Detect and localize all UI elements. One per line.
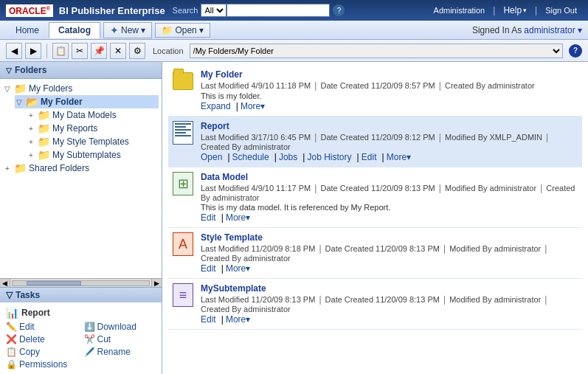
admin-link[interactable]: Administration [429, 4, 491, 16]
subtemplate-meta: Last Modified 11/20/09 8:13 PM | Date Cr… [201, 294, 579, 314]
folder-item-icon [171, 69, 195, 93]
datamodel-name[interactable]: Data Model [201, 172, 579, 182]
report-name[interactable]: Report [201, 121, 579, 131]
subtemplates-toggle[interactable]: + [27, 151, 35, 159]
datamodel-item-icon: ⊞ [171, 172, 195, 195]
help-icon[interactable]: ? [569, 44, 582, 58]
subtemplate-name[interactable]: MySubtemplate [201, 283, 579, 294]
report-more-link[interactable]: More▾ [387, 152, 411, 162]
report-schedule-link[interactable]: Schedule [232, 152, 269, 162]
reports-label: My Reports [52, 123, 97, 134]
folder-more-link[interactable]: More▾ [241, 101, 265, 111]
scroll-track[interactable] [12, 280, 150, 286]
tree-item-style-templates[interactable]: + 📁 My Style Templates [27, 135, 159, 148]
report-edit-link[interactable]: Edit [362, 152, 377, 162]
search-label: Search [173, 6, 198, 15]
my-folder-toggle[interactable]: ▽ [15, 98, 24, 106]
folders-label: Folders [15, 65, 46, 75]
task-edit[interactable]: ✏️ Edit [6, 322, 78, 332]
search-input[interactable] [226, 4, 330, 17]
content-item-report: Report Last Modified 3/17/10 6:45 PM | D… [168, 117, 582, 167]
tree-item-reports[interactable]: + 📁 My Reports [27, 122, 159, 135]
paste-toolbar-button[interactable]: 📌 [91, 43, 107, 59]
app-title: BI Publisher Enterprise [59, 5, 165, 16]
forward-button[interactable]: ▶ [25, 43, 41, 59]
tree-item-shared-folders[interactable]: + 📁 Shared Folders [3, 162, 159, 175]
shared-folders-toggle[interactable]: + [3, 165, 12, 173]
my-folders-toggle[interactable]: ▽ [3, 85, 12, 93]
reports-icon: 📁 [38, 122, 50, 134]
task-copy[interactable]: 📋 Copy [6, 347, 78, 357]
location-select[interactable]: /My Folders/My Folder [190, 44, 563, 58]
permissions-icon: 🔒 [6, 359, 17, 370]
folder-expand-link[interactable]: Expand [201, 101, 231, 111]
collapse-folders-icon[interactable]: ▽ [6, 66, 12, 75]
tab-catalog[interactable]: Catalog [49, 22, 100, 38]
styletemplate-name[interactable]: Style Template [201, 232, 579, 243]
tree-item-my-folder[interactable]: ▽ 📂 My Folder [15, 95, 159, 108]
delete-icon: ❌ [6, 334, 17, 344]
datamodel-details: Data Model Last Modified 4/9/10 11:17 PM… [201, 172, 579, 223]
tab-home[interactable]: Home [6, 22, 49, 38]
delete-toolbar-button[interactable]: ✕ [110, 43, 126, 59]
report-item-icon [171, 121, 195, 145]
back-button[interactable]: ◀ [6, 43, 22, 59]
data-models-toggle[interactable]: + [27, 111, 35, 120]
user-label[interactable]: administrator ▾ [524, 25, 582, 35]
report-jobhistory-link[interactable]: Job History [308, 152, 352, 162]
content-area: My Folder Last Modified 4/9/10 11:18 PM … [162, 62, 588, 374]
copy-toolbar-button[interactable]: 📋 [52, 43, 69, 59]
folder-img [173, 72, 193, 90]
report-jobs-link[interactable]: Jobs [279, 152, 297, 162]
properties-toolbar-button[interactable]: ⚙ [129, 43, 145, 59]
datamodel-edit-link[interactable]: Edit [201, 212, 216, 223]
subtemplate-edit-link[interactable]: Edit [201, 314, 216, 325]
styletemplate-icon-box: A [173, 232, 193, 256]
scroll-right-button[interactable]: ▶ [151, 279, 162, 288]
task-delete[interactable]: ❌ Delete [6, 334, 78, 344]
task-download[interactable]: ⬇️ Download [84, 322, 156, 332]
open-button[interactable]: 📁 Open ▾ [155, 23, 210, 38]
tree-item-subtemplates[interactable]: + 📁 My Subtemplates [27, 148, 159, 162]
datamodel-more-link[interactable]: More▾ [226, 212, 250, 223]
scroll-left-button[interactable]: ◀ [0, 279, 10, 288]
tree-item-my-folders[interactable]: ▽ 📁 My Folders [3, 82, 159, 95]
report-open-link[interactable]: Open [201, 152, 222, 162]
new-button[interactable]: ✦ New ▾ [103, 22, 152, 38]
tree-item-data-models[interactable]: + 📁 My Data Models [27, 108, 159, 122]
search-select[interactable]: All [201, 4, 226, 17]
help-button[interactable]: Help ▾ [498, 4, 532, 17]
search-icon[interactable]: ? [333, 4, 345, 16]
tasks-header[interactable]: ▽ Tasks [0, 288, 162, 302]
task-cut[interactable]: ✂️ Cut [84, 334, 156, 344]
folder-actions: Expand | More▾ [201, 101, 579, 111]
report-line-2 [175, 126, 186, 128]
folder-name[interactable]: My Folder [201, 69, 579, 80]
sidebar-scrollbar[interactable]: ◀ ▶ [0, 278, 162, 287]
datamodel-meta: Last Modified 4/9/10 11:17 PM | Date Cre… [201, 183, 579, 202]
content-item-datamodel: ⊞ Data Model Last Modified 4/9/10 11:17 … [168, 167, 582, 228]
subtemplate-details: MySubtemplate Last Modified 11/20/09 8:1… [201, 283, 579, 325]
task-permissions[interactable]: 🔒 Permissions [6, 359, 78, 370]
styletemplate-more-link[interactable]: More▾ [226, 263, 250, 274]
content-item-subtemplate: ≡ MySubtemplate Last Modified 11/20/09 8… [168, 279, 582, 330]
tasks-section-title: 📊 Report [6, 307, 156, 319]
signout-button[interactable]: Sign Out [540, 4, 582, 16]
style-templates-toggle[interactable]: + [27, 138, 35, 146]
report-line-3 [175, 129, 191, 131]
datamodel-icon-box: ⊞ [173, 172, 193, 195]
tree-area: ▽ 📁 My Folders ▽ 📂 My Folder + 📁 My Data… [0, 79, 162, 278]
task-rename[interactable]: 🖊️ Rename [84, 347, 156, 357]
cut-toolbar-button[interactable]: ✂ [72, 43, 88, 59]
report-line-4 [175, 132, 186, 134]
sidebar: ▽ Folders ▽ 📁 My Folders ▽ 📂 My Folder + [0, 62, 162, 374]
datamodel-desc: This is my data model. It is referenced … [201, 203, 579, 212]
subtemplates-icon: 📁 [38, 149, 50, 161]
tasks-label: Tasks [15, 290, 40, 300]
my-folder-label: My Folder [41, 97, 83, 107]
reports-toggle[interactable]: + [27, 125, 35, 133]
styletemplate-edit-link[interactable]: Edit [201, 263, 216, 274]
my-folder-icon: 📂 [26, 96, 38, 108]
subtemplate-more-link[interactable]: More▾ [226, 314, 250, 325]
data-models-icon: 📁 [38, 109, 50, 121]
